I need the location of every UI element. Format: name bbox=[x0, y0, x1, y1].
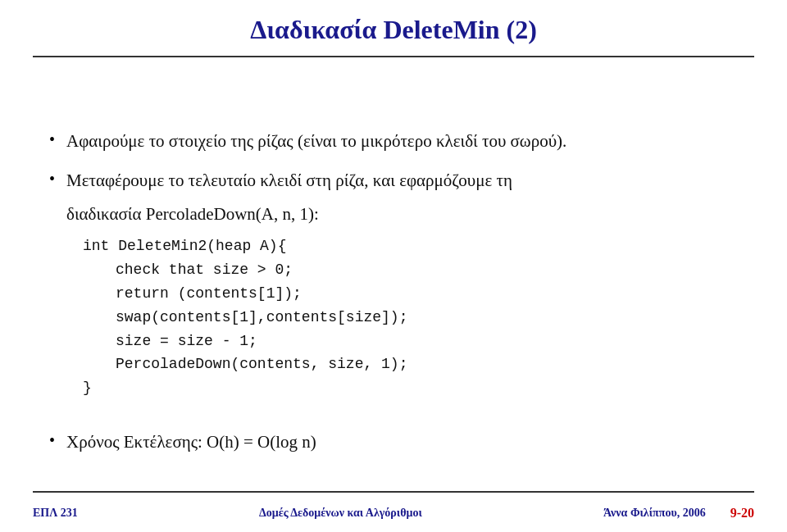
footer: ΕΠΛ 231 Δομές Δεδομένων και Αλγόριθμοι Ά… bbox=[33, 506, 754, 521]
bottom-rule bbox=[33, 491, 754, 493]
bullet-item-3: • Χρόνος Εκτέλεσης: O(h) = O(log n) bbox=[49, 430, 738, 454]
title-area: Διαδικασία DeleteMin (2) bbox=[0, 0, 787, 45]
top-rule bbox=[33, 56, 754, 57]
code-line-6: PercoladeDown(contents, size, 1); bbox=[116, 352, 512, 376]
code-line-3: return (contents[1]); bbox=[116, 282, 512, 306]
main-content: • Αφαιρούμε το στοιχείο της ρίζας (είναι… bbox=[0, 104, 787, 532]
code-line-7: } bbox=[83, 376, 512, 400]
bullet2-content: Μεταφέρουμε το τελευταίο κλειδί στη ρίζα… bbox=[66, 168, 512, 414]
page-container: Διαδικασία DeleteMin (2) • Αφαιρούμε το … bbox=[0, 0, 787, 532]
bullet-dot-3: • bbox=[49, 431, 55, 450]
footer-left: ΕΠΛ 231 bbox=[33, 507, 78, 520]
code-block: int DeleteMin2(heap A){ check that size … bbox=[83, 234, 512, 400]
footer-center: Δομές Δεδομένων και Αλγόριθμοι bbox=[259, 507, 422, 520]
footer-right-group: Άννα Φιλίππου, 2006 9-20 bbox=[603, 506, 754, 521]
bullet-text-2-line2: διαδικασία PercoladeDown(A, n, 1): bbox=[66, 202, 512, 226]
footer-author: Άννα Φιλίππου, 2006 bbox=[603, 507, 706, 520]
bullet-item-2: • Μεταφέρουμε το τελευταίο κλειδί στη ρί… bbox=[49, 168, 738, 414]
code-line-5: size = size - 1; bbox=[116, 330, 512, 353]
bullet-text-3: Χρόνος Εκτέλεσης: O(h) = O(log n) bbox=[66, 430, 316, 454]
bullet-text-2-line1: Μεταφέρουμε το τελευταίο κλειδί στη ρίζα… bbox=[66, 168, 512, 193]
page-title: Διαδικασία DeleteMin (2) bbox=[250, 15, 537, 44]
footer-page: 9-20 bbox=[730, 506, 754, 521]
code-line-4: swap(contents[1],contents[size]); bbox=[116, 306, 512, 330]
bullet-item-1: • Αφαιρούμε το στοιχείο της ρίζας (είναι… bbox=[49, 129, 738, 153]
code-line-2: check that size > 0; bbox=[116, 258, 512, 282]
bullet-dot-1: • bbox=[49, 130, 55, 149]
code-line-1: int DeleteMin2(heap A){ bbox=[83, 234, 512, 258]
bullet-dot-2: • bbox=[49, 170, 55, 189]
bullet-text-1: Αφαιρούμε το στοιχείο της ρίζας (είναι τ… bbox=[66, 129, 566, 153]
